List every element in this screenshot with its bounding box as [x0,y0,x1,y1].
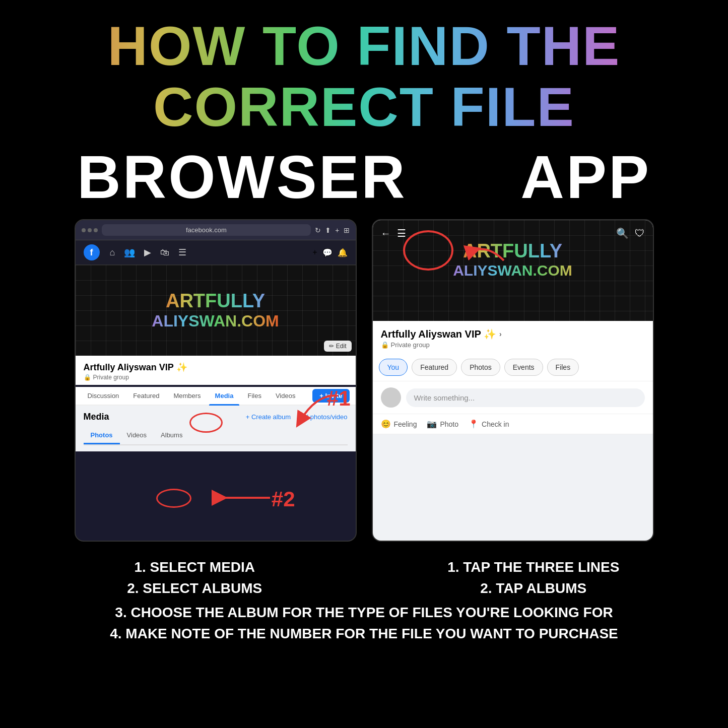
screenshots-row: facebook.com ↻ ⬆ + ⊞ f ⌂ 👥 ▶ 🛍 ☰ [20,219,708,542]
browser-dots [82,228,98,232]
app-instructions: 1. TAP THE THREE LINES 2. TAP ALBUMS [374,557,693,599]
browser-url: facebook.com [102,224,311,236]
browser-instruction-1: 1. SELECT MEDIA [35,557,354,578]
page-title: HOW TO FIND THE CORRECT FILE [20,15,708,137]
media-title: Media [84,412,109,422]
dot-2 [88,228,92,232]
full-instructions: 3. CHOOSE THE ALBUM FOR THE TYPE OF FILE… [20,602,708,644]
app-instruction-1: 1. TAP THE THREE LINES [374,557,693,578]
tab-files[interactable]: Files [241,387,267,405]
subtitle-app: APP [520,142,651,212]
checkin-icon: 📍 [469,419,479,429]
dot-1 [82,228,86,232]
facebook-logo: f [84,244,100,260]
checkin-label: Check in [482,420,509,428]
arrow-2 [210,483,275,513]
back-icon[interactable]: ← [381,228,391,239]
subtitle-row: BROWSER APP [20,142,708,212]
photo-action[interactable]: 📷 Photo [427,419,458,429]
app-compose: Write something... [373,381,653,414]
app-tab-featured[interactable]: Featured [412,359,457,376]
group-title: Artfully Aliyswan VIP ✨ [84,362,348,373]
fb-nav-right: + 💬 🔔 [312,248,347,257]
subtab-photos[interactable]: Photos [84,427,120,444]
friends-icon[interactable]: 👥 [124,247,135,258]
app-tab-you[interactable]: You [379,359,408,376]
share-icon[interactable]: ⬆ [325,226,331,234]
app-group-info: Artfully Aliyswan VIP ✨ › 🔒 Private grou… [373,321,653,354]
fb-nav-icons: ⌂ 👥 ▶ 🛍 ☰ [110,247,187,258]
tab-members[interactable]: Members [167,387,207,405]
subtab-albums[interactable]: Albums [154,427,189,444]
feeling-icon: 😊 [381,419,391,429]
app-screenshot: ← ☰ 🔍 🛡 ARTFULLY ALIYSWAN.COM [372,219,654,542]
app-top-right: 🔍 🛡 [616,227,645,239]
browser-instruction-2: 2. SELECT ALBUMS [35,578,354,599]
app-tab-events[interactable]: Events [504,359,543,376]
cover-line2: ALIYSWAN.COM [152,312,279,330]
messenger-icon[interactable]: 💬 [322,248,333,257]
create-album-btn[interactable]: + Create album [246,413,291,421]
browser-screenshot: facebook.com ↻ ⬆ + ⊞ f ⌂ 👥 ▶ 🛍 ☰ [75,219,357,542]
photo-label: Photo [440,420,458,428]
chevron-right-icon: › [499,330,502,338]
circle-albums [156,489,191,508]
grid-icon[interactable]: ⊞ [344,226,350,234]
add-tab-icon[interactable]: + [335,226,339,234]
app-cover: ← ☰ 🔍 🛡 ARTFULLY ALIYSWAN.COM [373,220,653,321]
refresh-icon[interactable]: ↻ [315,226,321,234]
store-icon[interactable]: 🛍 [160,247,169,258]
app-group-tabs: You Featured Photos Events Files [373,354,653,381]
instruction-4: 4. MAKE NOTE OF THE NUMBER FOR THE FILE … [20,623,708,644]
cover-text: ARTFULLY ALIYSWAN.COM [152,290,279,330]
tab-featured[interactable]: Featured [127,387,165,405]
browser-instructions: 1. SELECT MEDIA 2. SELECT ALBUMS [35,557,354,599]
main-container: HOW TO FIND THE CORRECT FILE BROWSER APP… [0,0,728,728]
home-icon[interactable]: ⌂ [110,247,115,258]
lock-icon-app: 🔒 [381,341,389,349]
app-instruction-2: 2. TAP ALBUMS [374,578,693,599]
plus-icon[interactable]: + [312,248,317,257]
hamburger-menu-icon[interactable]: ☰ [397,227,406,239]
shield-icon[interactable]: 🛡 [635,228,645,239]
app-group-privacy: 🔒 Private group [381,341,645,349]
cover-line1: ARTFULLY [152,290,279,312]
search-icon[interactable]: 🔍 [616,227,629,239]
instruction-3: 3. CHOOSE THE ALBUM FOR THE TYPE OF FILE… [20,602,708,623]
app-hamburger-circle [403,230,453,271]
arrow-1 [285,390,346,431]
checkin-action[interactable]: 📍 Check in [469,419,509,429]
group-privacy: 🔒 Private group [84,374,348,381]
dot-3 [94,228,98,232]
edit-button[interactable]: ✏ Edit [324,341,351,352]
lock-icon: 🔒 [84,374,91,381]
subtab-videos[interactable]: Videos [120,427,154,444]
menu-icon[interactable]: ☰ [178,247,186,258]
app-post-actions: 😊 Feeling 📷 Photo 📍 Check in [373,414,653,434]
browser-group-info: Artfully Aliyswan VIP ✨ 🔒 Private group [76,356,356,385]
app-group-title: Artfully Aliyswan VIP ✨ › [381,328,645,340]
feeling-label: Feeling [394,420,417,428]
facebook-nav: f ⌂ 👥 ▶ 🛍 ☰ + 💬 🔔 [76,240,356,265]
feeling-action[interactable]: 😊 Feeling [381,419,417,429]
video-icon[interactable]: ▶ [144,247,151,258]
photo-icon: 📷 [427,419,437,429]
browser-cover: ARTFULLY ALIYSWAN.COM ✏ Edit [76,265,356,356]
compose-input[interactable]: Write something... [406,388,645,407]
browser-icons: ↻ ⬆ + ⊞ [315,226,349,234]
tab-discussion[interactable]: Discussion [82,387,125,405]
app-arrow [448,225,509,266]
app-tab-files[interactable]: Files [547,359,579,376]
tab-media[interactable]: Media [209,387,240,405]
instructions-container: 1. SELECT MEDIA 2. SELECT ALBUMS 1. TAP … [20,557,708,599]
annotation-2: #2 [272,487,295,511]
circle-media [189,413,223,433]
app-tab-photos[interactable]: Photos [461,359,500,376]
bell-icon[interactable]: 🔔 [338,248,348,257]
browser-bar: facebook.com ↻ ⬆ + ⊞ [76,220,356,240]
subtitle-browser: BROWSER [77,142,407,212]
user-avatar [381,387,401,408]
